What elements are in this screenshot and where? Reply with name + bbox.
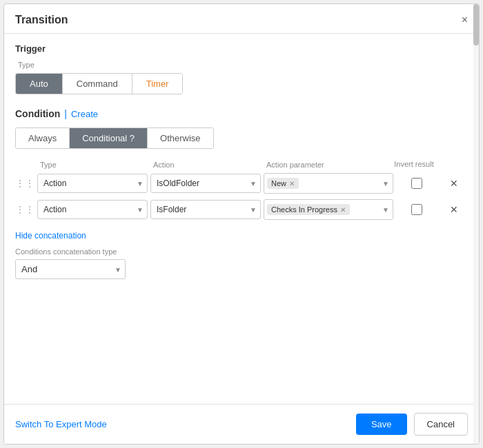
trigger-type-label: Type	[18, 61, 468, 69]
header-type: Type	[40, 161, 150, 169]
scrollbar-thumb[interactable]	[473, 4, 479, 45]
cancel-button[interactable]: Cancel	[414, 413, 468, 436]
close-button[interactable]: ×	[462, 14, 468, 26]
trigger-tab-auto[interactable]: Auto	[16, 74, 63, 94]
table-row: ⋮⋮ Action ▼ IsOldFolder ▼ New ✕ ▼	[15, 173, 468, 194]
action-select-2[interactable]: IsFolder	[150, 200, 261, 219]
delete-wrap-1: ✕	[440, 178, 468, 189]
drag-handle-2[interactable]: ⋮⋮	[15, 204, 34, 215]
expert-mode-button[interactable]: Switch To Expert Mode	[15, 419, 107, 429]
dialog-title: Transition	[15, 14, 68, 26]
trigger-tab-timer[interactable]: Timer	[132, 74, 183, 94]
concat-select-wrap: And Or ▼	[15, 259, 126, 279]
type-select-2[interactable]: Action	[37, 200, 148, 219]
trigger-section-title: Trigger	[15, 43, 468, 54]
param-tag-wrap-2[interactable]: Checks In Progress ✕ ▼	[264, 199, 393, 220]
save-button[interactable]: Save	[356, 414, 407, 435]
dialog-body: Trigger Type Auto Command Timer Conditio…	[4, 34, 479, 404]
param-select-arrow-1: ▼	[382, 180, 389, 187]
invert-check-wrap-2	[396, 204, 437, 215]
invert-check-wrap-1	[396, 178, 437, 189]
action-select-wrap-2: IsFolder ▼	[150, 200, 261, 219]
action-select-1[interactable]: IsOldFolder	[150, 174, 261, 193]
hide-concatenation-link[interactable]: Hide concatenation	[15, 231, 86, 241]
table-row: ⋮⋮ Action ▼ IsFolder ▼ Checks In Progres…	[15, 199, 468, 220]
drag-handle-1[interactable]: ⋮⋮	[15, 178, 34, 189]
type-select-wrap-2: Action ▼	[37, 200, 148, 219]
delete-wrap-2: ✕	[440, 204, 468, 215]
tag-new: New ✕	[267, 178, 299, 189]
dialog: Transition × Trigger Type Auto Command T…	[3, 3, 480, 445]
tag-checks-label: Checks In Progress	[271, 205, 337, 214]
header-action: Action	[153, 161, 264, 169]
param-tag-wrap-1[interactable]: New ✕ ▼	[264, 173, 393, 194]
tag-new-label: New	[271, 179, 286, 187]
dialog-footer: Switch To Expert Mode Save Cancel	[4, 404, 479, 444]
tag-checks-close[interactable]: ✕	[340, 206, 346, 214]
delete-button-2[interactable]: ✕	[440, 204, 468, 215]
type-select-1[interactable]: Action	[37, 174, 148, 193]
condition-section-title: Condition	[15, 108, 60, 119]
table-header: Type Action Action parameter Invert resu…	[15, 160, 468, 169]
concat-select[interactable]: And Or	[15, 259, 126, 279]
invert-checkbox-1[interactable]	[411, 178, 422, 189]
trigger-tabs: Auto Command Timer	[15, 73, 183, 94]
concat-section-label: Conditions concatenation type	[15, 247, 468, 256]
cond-tab-otherwise[interactable]: Otherwise	[148, 128, 213, 148]
cond-tab-always[interactable]: Always	[16, 128, 70, 148]
pipe-separator: |	[64, 108, 67, 119]
condition-tabs: Always Conditional ? Otherwise	[15, 128, 214, 149]
condition-header: Condition | Create	[15, 108, 468, 119]
type-select-wrap-1: Action ▼	[37, 174, 148, 193]
invert-checkbox-2[interactable]	[411, 204, 422, 215]
tag-checks-in-progress: Checks In Progress ✕	[267, 204, 350, 215]
condition-create-link[interactable]: Create	[71, 109, 98, 119]
header-invert-result: Invert result	[393, 160, 435, 169]
dialog-header: Transition ×	[4, 4, 479, 34]
delete-button-1[interactable]: ✕	[440, 178, 468, 189]
action-select-wrap-1: IsOldFolder ▼	[150, 174, 261, 193]
cond-tab-conditional[interactable]: Conditional ?	[70, 128, 148, 148]
trigger-tab-command[interactable]: Command	[63, 74, 132, 94]
param-select-arrow-2: ▼	[382, 206, 389, 214]
tag-new-close[interactable]: ✕	[289, 180, 295, 187]
scrollbar-track	[473, 4, 479, 444]
header-action-parameter: Action parameter	[266, 161, 391, 169]
